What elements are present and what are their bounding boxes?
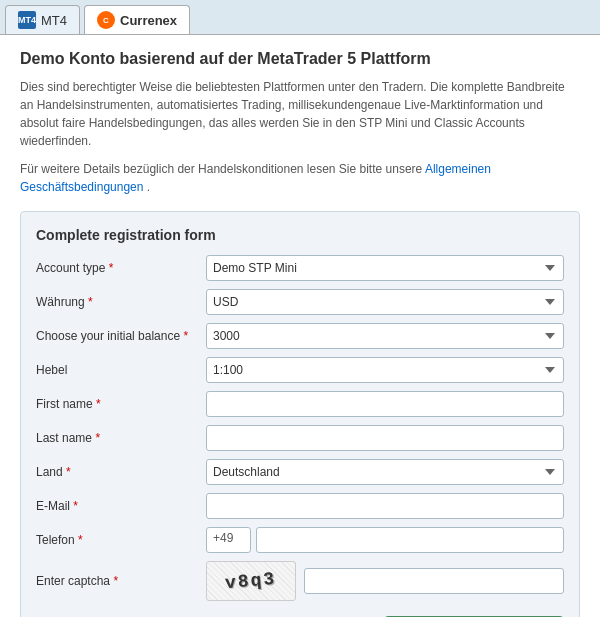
tab-currenex[interactable]: C Currenex (84, 5, 190, 34)
lastname-label: Last name * (36, 431, 206, 445)
main-content: Demo Konto basierend auf der MetaTrader … (0, 35, 600, 617)
hebel-row: Hebel 1:100 1:200 1:50 (36, 357, 564, 383)
page-description: Dies sind berechtigter Weise die beliebt… (20, 78, 580, 150)
wahrung-label: Währung * (36, 295, 206, 309)
land-label: Land * (36, 465, 206, 479)
lastname-input[interactable] (206, 425, 564, 451)
wahrung-select[interactable]: USD EUR GBP (206, 289, 564, 315)
telefon-label: Telefon * (36, 533, 206, 547)
land-row: Land * Deutschland Österreich Schweiz (36, 459, 564, 485)
tab-mt4[interactable]: MT4 MT4 (5, 5, 80, 34)
mt4-icon: MT4 (18, 11, 36, 29)
tab-mt4-label: MT4 (41, 13, 67, 28)
account-type-select[interactable]: Demo STP Mini Demo Classic (206, 255, 564, 281)
telefon-input[interactable] (256, 527, 564, 553)
tab-currenex-label: Currenex (120, 13, 177, 28)
currenex-icon: C (97, 11, 115, 29)
account-type-row: Account type * Demo STP Mini Demo Classi… (36, 255, 564, 281)
captcha-image: v8q3 (206, 561, 296, 601)
captcha-input[interactable] (304, 568, 564, 594)
tab-bar: MT4 MT4 C Currenex (0, 0, 600, 35)
registration-form: Complete registration form Account type … (20, 211, 580, 617)
captcha-text: v8q3 (225, 569, 278, 593)
telefon-row: Telefon * +49 (36, 527, 564, 553)
account-type-label: Account type * (36, 261, 206, 275)
wahrung-row: Währung * USD EUR GBP (36, 289, 564, 315)
more-info-suffix: . (147, 180, 150, 194)
hebel-select[interactable]: 1:100 1:200 1:50 (206, 357, 564, 383)
firstname-row: First name * (36, 391, 564, 417)
email-row: E-Mail * (36, 493, 564, 519)
more-info-prefix: Für weitere Details bezüglich der Handel… (20, 162, 422, 176)
email-input[interactable] (206, 493, 564, 519)
phone-prefix: +49 (206, 527, 251, 553)
email-label: E-Mail * (36, 499, 206, 513)
balance-select[interactable]: 3000 5000 10000 (206, 323, 564, 349)
captcha-row-inner: v8q3 (206, 561, 564, 601)
hebel-label: Hebel (36, 363, 206, 377)
firstname-input[interactable] (206, 391, 564, 417)
firstname-label: First name * (36, 397, 206, 411)
page-title: Demo Konto basierend auf der MetaTrader … (20, 50, 580, 68)
form-title: Complete registration form (36, 227, 564, 243)
captcha-label: Enter captcha * (36, 574, 206, 588)
more-info: Für weitere Details bezüglich der Handel… (20, 160, 580, 196)
balance-row: Choose your initial balance * 3000 5000 … (36, 323, 564, 349)
captcha-row: Enter captcha * v8q3 (36, 561, 564, 601)
balance-label: Choose your initial balance * (36, 329, 206, 343)
phone-row: +49 (206, 527, 564, 553)
lastname-row: Last name * (36, 425, 564, 451)
land-select[interactable]: Deutschland Österreich Schweiz (206, 459, 564, 485)
